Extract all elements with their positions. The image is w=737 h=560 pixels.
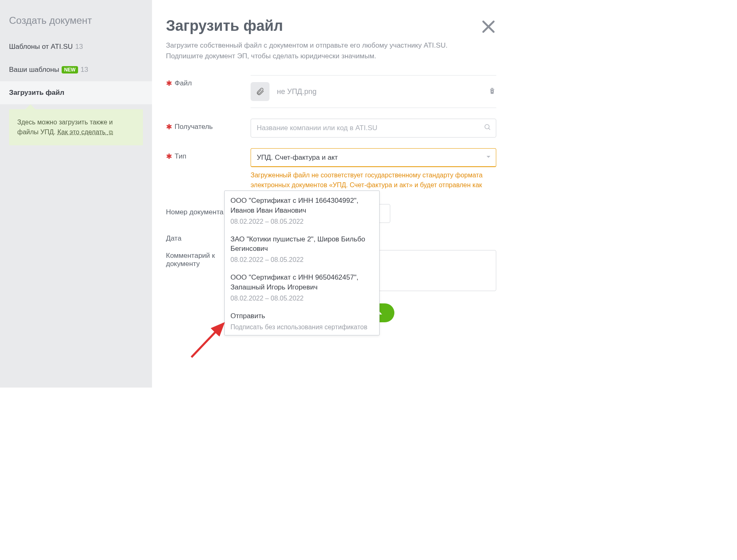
- page-title: Загрузить файл: [166, 17, 496, 34]
- dropdown-item-title: ООО "Сертификат с ИНН 1664304992", Ивано…: [230, 196, 373, 216]
- paperclip-icon: [256, 87, 265, 96]
- sidebar-item-your-templates[interactable]: Ваши шаблоны NEW 13: [0, 58, 152, 81]
- dropdown-item[interactable]: ООО "Сертификат с ИНН 9650462457", Запаш…: [225, 268, 379, 306]
- upload-hint: Здесь можно загрузить также и файлы УПД.…: [9, 109, 143, 145]
- type-select[interactable]: УПД. Счет-фактура и акт: [251, 148, 496, 167]
- sidebar-item-ati-templates[interactable]: Шаблоны от ATI.SU 13: [0, 35, 152, 58]
- label-doc-number: Номер документа: [166, 208, 223, 216]
- dropdown-item-title: ООО "Сертификат с ИНН 9650462457", Запаш…: [230, 273, 373, 292]
- page-description: Загрузите собственный файл с документом …: [166, 40, 482, 61]
- sidebar-item-count: 13: [75, 43, 83, 51]
- dropdown-item-sub: 08.02.2022 – 08.05.2022: [230, 295, 373, 302]
- row-recipient: ✱ Получатель: [166, 119, 496, 138]
- external-link-icon: ⧉: [107, 129, 113, 135]
- new-badge: NEW: [62, 66, 78, 73]
- svg-rect-0: [492, 91, 493, 92]
- dropdown-item[interactable]: ООО "Сертификат с ИНН 1664304992", Ивано…: [225, 191, 379, 230]
- label-date: Дата: [166, 234, 182, 243]
- dropdown-item-sub: 08.02.2022 – 08.05.2022: [230, 218, 373, 225]
- sidebar-item-label: Загрузить файл: [9, 89, 64, 97]
- sidebar-title: Создать документ: [0, 10, 152, 35]
- row-file: ✱ Файл не УПД.png: [166, 75, 496, 108]
- dropdown-item-title: Отправить: [230, 311, 373, 321]
- required-mark: ✱: [166, 80, 172, 87]
- attach-button[interactable]: [251, 82, 269, 101]
- sidebar-item-count: 13: [81, 66, 88, 74]
- dropdown-item-sub: Подписать без использования сертификатов: [230, 324, 373, 331]
- label-recipient: Получатель: [175, 123, 213, 131]
- delete-file-button[interactable]: [488, 87, 496, 96]
- sidebar-item-upload-file[interactable]: Загрузить файл: [0, 81, 152, 104]
- file-name: не УПД.png: [277, 87, 481, 96]
- trash-icon: [488, 87, 496, 95]
- dropdown-item-send[interactable]: Отправить Подписать без использования се…: [225, 306, 379, 335]
- sidebar: Создать документ Шаблоны от ATI.SU 13 Ва…: [0, 0, 152, 388]
- hint-link[interactable]: Как это сделать ⧉: [58, 129, 113, 135]
- label-type: Тип: [175, 152, 186, 161]
- type-warning: Загруженный файл не соответствует госуда…: [251, 170, 496, 190]
- label-file: Файл: [175, 79, 192, 87]
- required-mark: ✱: [166, 123, 172, 131]
- sidebar-item-label: Ваши шаблоны: [9, 66, 59, 74]
- row-type: ✱ Тип УПД. Счет-фактура и акт Загруженны…: [166, 148, 496, 190]
- dropdown-item-title: ЗАО "Котики пушистые 2", Широв Бильбо Бе…: [230, 234, 373, 254]
- required-mark: ✱: [166, 153, 172, 160]
- dropdown-item[interactable]: ЗАО "Котики пушистые 2", Широв Бильбо Бе…: [225, 230, 379, 268]
- close-button[interactable]: [481, 19, 496, 34]
- dropdown-item-sub: 08.02.2022 – 08.05.2022: [230, 256, 373, 264]
- certificate-dropdown: ООО "Сертификат с ИНН 1664304992", Ивано…: [224, 190, 380, 335]
- sidebar-item-label: Шаблоны от ATI.SU: [9, 43, 73, 51]
- recipient-input[interactable]: [251, 119, 496, 138]
